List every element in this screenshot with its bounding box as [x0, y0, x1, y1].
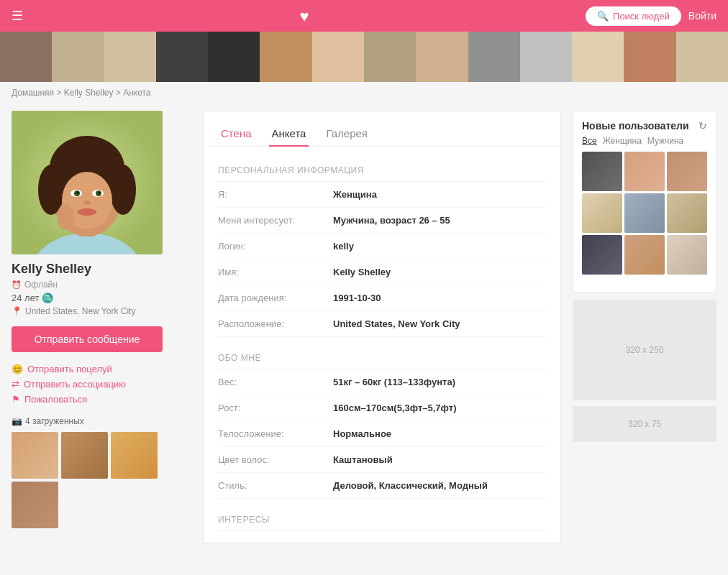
profile-age-zodiac: 24 лет ♏	[12, 293, 191, 303]
new-users-header: Новые пользователи ↻	[582, 120, 707, 132]
refresh-icon[interactable]: ↻	[699, 120, 707, 132]
strip-photo-14[interactable]	[676, 32, 728, 82]
build-label: Телосложение:	[218, 428, 333, 439]
strip-photo-1[interactable]	[0, 32, 52, 82]
tab-profile[interactable]: Анкета	[269, 121, 309, 147]
location-icon: 📍	[12, 306, 22, 316]
new-user-7[interactable]	[582, 235, 622, 275]
svg-point-14	[83, 201, 91, 205]
profile-status: Офлайн	[12, 280, 191, 290]
send-kiss-link[interactable]: 😊 Отправить поцелуй	[12, 364, 191, 374]
new-users-grid	[582, 152, 707, 275]
thumb-3[interactable]	[111, 432, 158, 479]
profile-photo	[12, 111, 163, 254]
photos-section-label: 📷 4 загруженных	[12, 416, 191, 426]
new-user-8[interactable]	[624, 235, 665, 275]
interests-title: ИНТЕРЕСЫ	[218, 507, 546, 531]
personal-info-title: ПЕРСОНАЛЬНАЯ ИНФОРМАЦИЯ	[218, 158, 546, 182]
new-user-2[interactable]	[624, 152, 665, 191]
svg-point-13	[99, 192, 101, 194]
breadcrumb-home-link[interactable]: Домашняя	[12, 88, 54, 98]
svg-point-6	[110, 165, 136, 215]
hair-value: Каштановый	[333, 454, 393, 465]
strip-photo-5[interactable]	[208, 32, 260, 82]
name-label: Имя:	[218, 267, 333, 277]
new-user-1[interactable]	[582, 152, 622, 191]
report-link[interactable]: ⚑ Пожаловаться	[12, 394, 191, 405]
thumb-4[interactable]	[12, 482, 58, 528]
filter-female-tab[interactable]: Женщина	[603, 136, 642, 146]
strip-photo-7[interactable]	[312, 32, 364, 82]
svg-point-15	[78, 208, 96, 216]
send-association-link[interactable]: ⇄ Отправить ассоциацию	[12, 379, 191, 390]
hair-label: Цвет волос:	[218, 454, 333, 465]
weight-label: Вес:	[218, 377, 333, 387]
photo-grid	[12, 432, 163, 528]
filter-tabs: Все Женщина Мужчина	[582, 136, 707, 146]
tab-gallery[interactable]: Галерея	[323, 121, 370, 147]
birthday-label: Дата рождения:	[218, 293, 333, 303]
association-icon: ⇄	[12, 379, 19, 390]
photo-strip	[0, 32, 728, 82]
header-heart-icon: ♥	[299, 6, 309, 26]
breadcrumb-current: Анкета	[123, 88, 150, 98]
thumb-2[interactable]	[61, 432, 108, 479]
strip-photo-3[interactable]	[104, 32, 156, 82]
location-profile-value: United States, New York City	[333, 318, 460, 329]
thumb-1[interactable]	[12, 432, 58, 479]
new-user-5[interactable]	[624, 193, 665, 233]
strip-photo-13[interactable]	[624, 32, 675, 82]
strip-photo-12[interactable]	[572, 32, 624, 82]
strip-photo-2[interactable]	[52, 32, 104, 82]
right-sidebar: Новые пользователи ↻ Все Женщина Мужчина	[573, 111, 716, 543]
main-layout: Kelly Shelley Офлайн 24 лет ♏ 📍 United S…	[0, 104, 728, 551]
photos-count: 4 загруженных	[25, 416, 84, 426]
new-user-3[interactable]	[667, 152, 707, 191]
ad-large-label: 320 x 250	[626, 345, 664, 355]
login-value: kelly	[333, 241, 354, 252]
new-user-6[interactable]	[667, 193, 707, 233]
gender-label: Я:	[218, 189, 333, 200]
filter-all-tab[interactable]: Все	[582, 136, 597, 146]
svg-point-12	[77, 192, 79, 194]
kiss-icon: 😊	[12, 364, 23, 374]
header-actions: 🔍 Поиск людей Войти	[586, 6, 716, 26]
new-user-9[interactable]	[667, 235, 707, 275]
info-row-weight: Вес: 51кг – 60кг (113–133фунта)	[218, 369, 546, 395]
search-people-button[interactable]: 🔍 Поиск людей	[586, 6, 681, 26]
breadcrumb-name-link[interactable]: Kelly Shelley	[64, 88, 114, 98]
report-icon: ⚑	[12, 394, 20, 405]
send-kiss-label: Отправить поцелуй	[27, 364, 112, 374]
interest-value: Мужчина, возраст 26 – 55	[333, 215, 450, 226]
profile-location: 📍 United States, New York City	[12, 306, 191, 316]
login-button[interactable]: Войти	[688, 10, 716, 22]
ad-block-small: 320 x 75	[573, 406, 716, 442]
login-label: Логин:	[218, 241, 333, 252]
info-row-name: Имя: Kelly Shelley	[218, 259, 546, 285]
breadcrumb: Домашняя > Kelly Shelley > Анкета	[0, 82, 728, 104]
left-sidebar: Kelly Shelley Офлайн 24 лет ♏ 📍 United S…	[12, 111, 191, 543]
info-row-login: Логин: kelly	[218, 234, 546, 259]
info-row-interest: Меня интересует: Мужчина, возраст 26 – 5…	[218, 208, 546, 234]
info-row-gender: Я: Женщина	[218, 182, 546, 208]
strip-photo-6[interactable]	[260, 32, 311, 82]
center-content: Стена Анкета Галерея ПЕРСОНАЛЬНАЯ ИНФОРМ…	[203, 111, 561, 543]
interest-label: Меня интересует:	[218, 215, 333, 226]
profile-photo-art	[12, 111, 163, 254]
info-row-hair: Цвет волос: Каштановый	[218, 447, 546, 473]
strip-photo-4[interactable]	[156, 32, 208, 82]
gender-value: Женщина	[333, 189, 377, 200]
tab-wall[interactable]: Стена	[218, 121, 255, 147]
zodiac-icon: ♏	[42, 293, 53, 303]
profile-tabs: Стена Анкета Галерея	[204, 111, 560, 147]
send-message-button[interactable]: Отправить сообщение	[12, 326, 163, 352]
strip-photo-11[interactable]	[520, 32, 572, 82]
menu-icon[interactable]: ☰	[12, 8, 23, 24]
new-user-4[interactable]	[582, 193, 622, 233]
strip-photo-8[interactable]	[364, 32, 416, 82]
strip-photo-9[interactable]	[416, 32, 468, 82]
location-text: United States, New York City	[25, 306, 135, 316]
filter-male-tab[interactable]: Мужчина	[647, 136, 683, 146]
new-users-widget: Новые пользователи ↻ Все Женщина Мужчина	[573, 111, 716, 293]
strip-photo-10[interactable]	[468, 32, 520, 82]
